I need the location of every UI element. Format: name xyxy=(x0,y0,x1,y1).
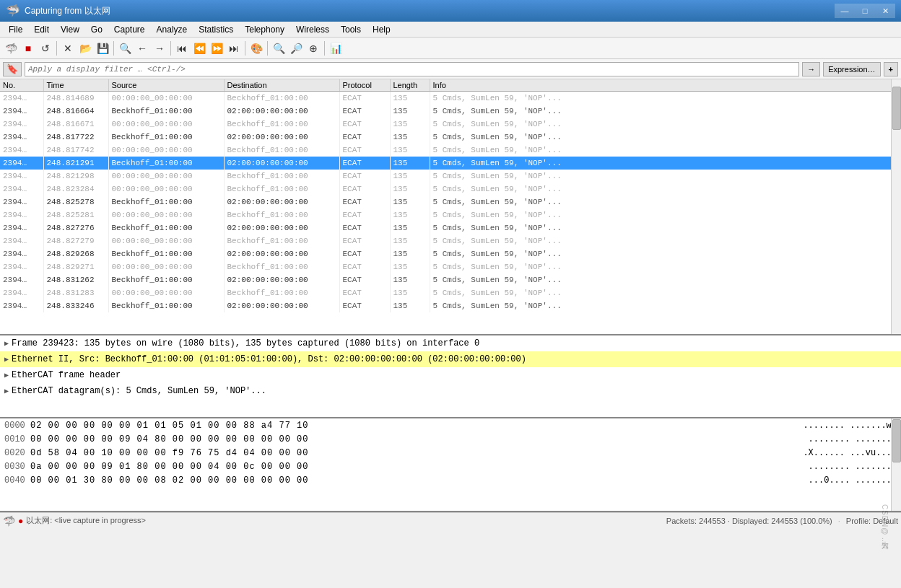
table-row[interactable]: 2394…248.817722Beckhoff_01:00:0002:00:00… xyxy=(0,131,901,144)
table-row[interactable]: 2394…248.82528100:00:00_00:00:00Beckhoff… xyxy=(0,209,901,221)
detail-row[interactable]: ▶EtherCAT frame header xyxy=(0,367,901,383)
hex-offset: 0040 xyxy=(4,475,30,486)
tb-find-button[interactable]: 🔍 xyxy=(117,40,133,56)
tb-forward-button[interactable]: → xyxy=(152,40,167,56)
tb-go-prev-button[interactable]: ⏪ xyxy=(191,40,207,56)
hex-row: 000002 00 00 00 00 00 01 01 05 01 00 00 … xyxy=(0,418,901,432)
status-left: 以太网: <live capture in progress> xyxy=(26,515,663,526)
packet-list[interactable]: No. Time Source Destination Protocol Len… xyxy=(0,79,901,335)
tb-zoom-out-button[interactable]: 🔎 xyxy=(288,40,304,56)
filter-add-button[interactable]: + xyxy=(884,62,898,76)
menu-view[interactable]: View xyxy=(55,22,85,37)
table-row[interactable]: 2394…248.82927100:00:00_00:00:00Beckhoff… xyxy=(0,260,901,273)
hex-row: 001000 00 00 00 00 09 04 80 00 00 00 00 … xyxy=(0,432,901,446)
col-time[interactable]: Time xyxy=(43,79,108,92)
tb-go-last-button[interactable]: ⏭ xyxy=(226,40,242,56)
table-row[interactable]: 2394…248.821291Beckhoff_01:00:0002:00:00… xyxy=(0,157,901,170)
hex-ascii: ........ .......w. xyxy=(803,421,897,431)
tb-open-button[interactable]: 📂 xyxy=(77,40,93,56)
hex-bytes: 0d 58 04 00 10 00 00 00 f9 76 75 d4 04 0… xyxy=(30,448,791,458)
table-row[interactable]: 2394…248.833246Beckhoff_01:00:0002:00:00… xyxy=(0,299,901,312)
detail-row-text: Frame 239423: 135 bytes on wire (1080 bi… xyxy=(12,338,479,348)
col-destination[interactable]: Destination xyxy=(224,79,339,92)
maximize-button[interactable]: □ xyxy=(855,4,875,18)
expand-icon[interactable]: ▶ xyxy=(4,387,9,395)
expand-icon[interactable]: ▶ xyxy=(4,355,9,364)
detail-panel: ▶Frame 239423: 135 bytes on wire (1080 b… xyxy=(0,335,901,418)
table-row[interactable]: 2394…248.827276Beckhoff_01:00:0002:00:00… xyxy=(0,221,901,234)
table-row[interactable]: 2394…248.81774200:00:00_00:00:00Beckhoff… xyxy=(0,144,901,157)
col-protocol[interactable]: Protocol xyxy=(339,79,390,92)
filter-bookmark-button[interactable]: 🔖 xyxy=(3,62,22,76)
hex-offset: 0020 xyxy=(4,448,30,458)
table-row[interactable]: 2394…248.83128300:00:00_00:00:00Beckhoff… xyxy=(0,286,901,299)
menu-statistics[interactable]: Statistics xyxy=(193,22,239,37)
close-button[interactable]: ✕ xyxy=(875,4,895,18)
expand-icon[interactable]: ▶ xyxy=(4,371,9,379)
scrollbar-thumb[interactable] xyxy=(892,87,901,130)
tb-graph-button[interactable]: 📊 xyxy=(328,40,344,56)
status-right: Packets: 244553 · Displayed: 244553 (100… xyxy=(666,517,832,525)
filter-arrow-button[interactable]: → xyxy=(802,62,820,76)
tb-go-first-button[interactable]: ⏮ xyxy=(174,40,190,56)
tb-close-button[interactable]: ✕ xyxy=(60,40,76,56)
col-no[interactable]: No. xyxy=(0,79,43,92)
table-row[interactable]: 2394…248.831262Beckhoff_01:00:0002:00:00… xyxy=(0,273,901,286)
hex-ascii: ........ ........ xyxy=(809,462,897,472)
filter-expression-button[interactable]: Expression… xyxy=(823,62,880,76)
hex-bytes: 02 00 00 00 00 00 01 01 05 01 00 00 88 a… xyxy=(30,421,791,431)
tb-save-button[interactable]: 💾 xyxy=(95,40,110,56)
tb-zoom-reset-button[interactable]: ⊕ xyxy=(305,40,321,56)
tb-stop-button[interactable]: ■ xyxy=(20,40,36,56)
tb-back-button[interactable]: ← xyxy=(134,40,150,56)
menu-go[interactable]: Go xyxy=(85,22,108,37)
table-row[interactable]: 2394…248.816664Beckhoff_01:00:0002:00:00… xyxy=(0,105,901,118)
status-icon-record: ● xyxy=(18,516,23,526)
menu-file[interactable]: File xyxy=(3,22,28,37)
filter-input[interactable] xyxy=(25,62,799,76)
menu-analyze[interactable]: Analyze xyxy=(151,22,193,37)
table-row[interactable]: 2394…248.829268Beckhoff_01:00:0002:00:00… xyxy=(0,247,901,260)
hex-offset: 0030 xyxy=(4,462,30,472)
table-row[interactable]: 2394…248.82328400:00:00_00:00:00Beckhoff… xyxy=(0,183,901,196)
menu-telephony[interactable]: Telephony xyxy=(239,22,290,37)
detail-row[interactable]: ▶Ethernet II, Src: Beckhoff_01:00:00 (01… xyxy=(0,351,901,367)
table-row[interactable]: 2394…248.81468900:00:00_00:00:00Beckhoff… xyxy=(0,92,901,105)
menu-tools[interactable]: Tools xyxy=(335,22,367,37)
status-separator: · xyxy=(838,517,840,525)
minimize-button[interactable]: — xyxy=(835,4,855,18)
tb-separator-4 xyxy=(245,41,245,56)
detail-row[interactable]: ▶EtherCAT datagram(s): 5 Cmds, SumLen 59… xyxy=(0,383,901,399)
menu-wireless[interactable]: Wireless xyxy=(290,22,335,37)
app-icon: 🦈 xyxy=(6,4,20,18)
table-row[interactable]: 2394…248.825278Beckhoff_01:00:0002:00:00… xyxy=(0,196,901,209)
tb-shark-icon[interactable]: 🦈 xyxy=(3,40,19,56)
hex-scrollbar-thumb[interactable] xyxy=(892,419,901,462)
window-title: Capturing from 以太网 xyxy=(25,5,835,17)
tb-go-next-button[interactable]: ⏩ xyxy=(209,40,225,56)
menu-edit[interactable]: Edit xyxy=(28,22,55,37)
statusbar: 🦈 ● 以太网: <live capture in progress> Pack… xyxy=(0,512,901,528)
hex-ascii: ........ ........ xyxy=(809,434,897,444)
hex-rows: 000002 00 00 00 00 00 01 01 05 01 00 00 … xyxy=(0,418,901,487)
tb-colorize-button[interactable]: 🎨 xyxy=(248,40,264,56)
expand-icon[interactable]: ▶ xyxy=(4,339,9,348)
hex-bytes: 00 00 01 30 80 00 00 08 02 00 00 00 00 0… xyxy=(30,475,797,486)
hex-scrollbar[interactable] xyxy=(891,418,901,511)
window-controls: — □ ✕ xyxy=(835,4,895,18)
tb-restart-button[interactable]: ↺ xyxy=(38,40,53,56)
col-info[interactable]: Info xyxy=(430,79,901,92)
col-source[interactable]: Source xyxy=(108,79,224,92)
menu-help[interactable]: Help xyxy=(367,22,396,37)
tb-separator-6 xyxy=(324,41,325,56)
table-row[interactable]: 2394…248.82727900:00:00_00:00:00Beckhoff… xyxy=(0,234,901,247)
col-length[interactable]: Length xyxy=(390,79,430,92)
tb-zoom-in-button[interactable]: 🔍 xyxy=(271,40,287,56)
hex-panel: 000002 00 00 00 00 00 01 01 05 01 00 00 … xyxy=(0,418,901,512)
menu-capture[interactable]: Capture xyxy=(108,22,151,37)
detail-row[interactable]: ▶Frame 239423: 135 bytes on wire (1080 b… xyxy=(0,335,901,351)
packet-list-scrollbar[interactable] xyxy=(891,79,901,334)
hex-ascii: .X...... ...vu.... xyxy=(803,448,897,458)
table-row[interactable]: 2394…248.82129800:00:00_00:00:00Beckhoff… xyxy=(0,170,901,183)
table-row[interactable]: 2394…248.81667100:00:00_00:00:00Beckhoff… xyxy=(0,118,901,131)
